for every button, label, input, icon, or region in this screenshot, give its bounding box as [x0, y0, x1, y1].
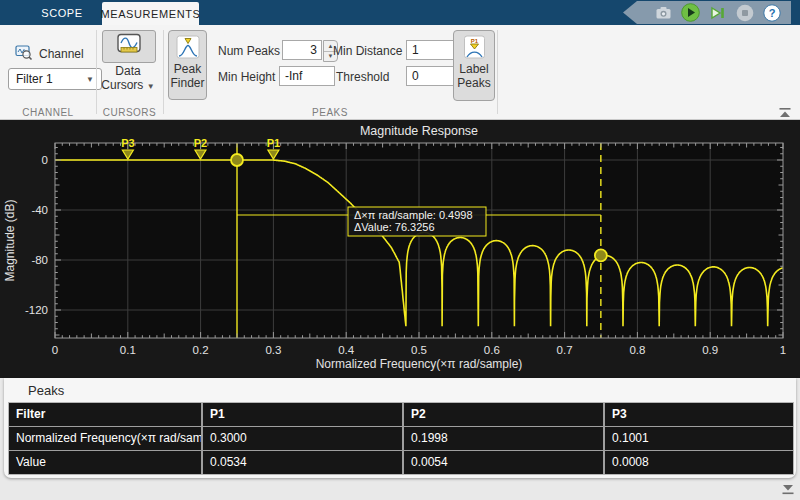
section-label-peaks: PEAKS [163, 107, 497, 118]
data-cursors-label-line2: Cursors [101, 78, 143, 92]
peaks-panel: Peaks Filter P1 P2 P3 Normalized Frequen… [4, 378, 796, 478]
peak-finder-label-line1: Peak [174, 62, 201, 76]
peaks-table-frequency-p2: 0.1998 [404, 427, 603, 450]
threshold-field[interactable]: 0 [406, 66, 456, 86]
peaks-table-frequency-p3: 0.1001 [605, 427, 793, 450]
section-label-cursors: CURSORS [96, 107, 163, 118]
tab-measurements[interactable]: MEASUREMENTS [102, 2, 199, 25]
plot-title: Magnitude Response [360, 124, 478, 138]
peaks-table-header-filter: Filter [9, 403, 201, 426]
tab-scope-label: SCOPE [41, 7, 83, 19]
label-peaks-icon: P1 [463, 35, 486, 62]
min-height-field[interactable]: -Inf [279, 66, 335, 86]
x-tick-label: 0.3 [265, 344, 281, 356]
annotation-delta-value: ΔValue: 76.3256 [354, 221, 435, 233]
data-cursors-button-label[interactable]: Data Cursors ▼ [94, 64, 162, 94]
section-divider [497, 30, 498, 114]
x-tick-label: 0.2 [193, 344, 209, 356]
y-tick-label: 0 [42, 154, 48, 166]
y-tick-label: -40 [31, 204, 48, 216]
annotation-delta-frequency: Δ×π rad/sample: 0.4998 [354, 209, 473, 221]
run-icon[interactable] [681, 3, 700, 22]
peaks-table-frequency-p1: 0.3000 [203, 427, 402, 450]
peak-finder-button[interactable]: Peak Finder [168, 30, 207, 100]
peaks-table-header-p1: P1 [203, 403, 402, 426]
peak-marker-label-p2: P2 [194, 137, 207, 149]
peak-finder-icon [176, 35, 200, 62]
peak-marker-label-p1: P1 [267, 137, 280, 149]
tab-measurements-label: MEASUREMENTS [100, 8, 200, 20]
x-tick-label: 1 [780, 344, 786, 356]
y-tick-label: -80 [31, 254, 48, 266]
x-tick-label: 0 [52, 344, 58, 356]
label-peaks-label-line2: Peaks [457, 76, 490, 90]
step-forward-icon[interactable] [708, 3, 727, 22]
min-distance-label: Min Distance [333, 44, 402, 58]
y-axis-label: Magnitude (dB) [3, 199, 17, 281]
scope-window: SCOPE MEASUREMENTS [0, 0, 800, 500]
svg-text:P1: P1 [470, 38, 478, 44]
x-tick-label: 0.9 [702, 344, 718, 356]
chevron-down-icon: ▼ [86, 75, 94, 84]
measurements-toolstrip: Channel Filter 1 ▼ CHANNEL Data Cursors … [0, 25, 800, 120]
svg-text:?: ? [768, 7, 775, 19]
min-distance-field[interactable]: 1 [406, 40, 456, 60]
data-cursors-button[interactable] [102, 30, 156, 63]
x-tick-label: 0.8 [629, 344, 645, 356]
collapse-panel-icon[interactable] [780, 482, 796, 500]
peaks-table-value-p1: 0.0534 [203, 451, 402, 474]
peaks-dock: Peaks Filter P1 P2 P3 Normalized Frequen… [0, 378, 800, 500]
peak-marker-label-p3: P3 [121, 137, 134, 149]
channel-button[interactable]: Channel [15, 44, 84, 64]
section-divider [163, 30, 164, 114]
peaks-table-value-p3: 0.0008 [605, 451, 793, 474]
stop-icon[interactable] [735, 3, 754, 22]
num-peaks-value[interactable]: 3 [282, 40, 322, 60]
y-tick-label: -120 [25, 304, 48, 316]
snapshot-camera-icon[interactable] [654, 3, 673, 22]
num-peaks-label: Num Peaks [218, 44, 280, 58]
label-peaks-label-line1: Label [459, 62, 488, 76]
peaks-panel-title: Peaks [28, 383, 64, 398]
label-peaks-button[interactable]: P1 Label Peaks [453, 30, 495, 101]
channel-button-label: Channel [39, 47, 84, 61]
help-icon[interactable]: ? [762, 3, 781, 22]
tab-scope[interactable]: SCOPE [26, 0, 98, 25]
x-tick-label: 0.4 [338, 344, 355, 356]
x-axis-label: Normalized Frequency(×π rad/sample) [316, 357, 523, 371]
toolstrip-tab-bar: SCOPE MEASUREMENTS [0, 0, 800, 25]
peak-finder-label-line2: Finder [170, 76, 204, 90]
num-peaks-stepper[interactable]: 3 ▲ ▼ [282, 40, 338, 62]
threshold-label: Threshold [336, 70, 389, 84]
magnitude-response-plot[interactable]: 00.10.20.30.40.50.60.70.80.910-40-80-120… [0, 120, 800, 378]
peaks-table-value-p2: 0.0054 [404, 451, 603, 474]
cursor-marker-1[interactable] [231, 154, 243, 166]
peaks-table: Filter P1 P2 P3 Normalized Frequency(×π … [8, 402, 794, 475]
channel-scope-icon [15, 44, 33, 64]
cursor-marker-2[interactable] [595, 249, 607, 261]
x-tick-label: 0.5 [411, 344, 427, 356]
peaks-table-row-frequency-label: Normalized Frequency(×π rad/sample) [9, 427, 201, 450]
x-tick-label: 0.6 [484, 344, 500, 356]
peaks-table-header-p3: P3 [605, 403, 793, 426]
channel-select-value: Filter 1 [16, 72, 53, 86]
channel-select[interactable]: Filter 1 ▼ [8, 68, 102, 90]
chevron-down-icon: ▼ [147, 82, 155, 91]
x-tick-label: 0.7 [557, 344, 573, 356]
peaks-table-row-value-label: Value [9, 451, 201, 474]
min-height-label: Min Height [218, 70, 275, 84]
quick-access-toolbar: ? [623, 1, 791, 24]
data-cursors-label-line1: Data [115, 64, 140, 78]
data-cursors-icon [115, 33, 143, 60]
section-label-channel: CHANNEL [0, 107, 96, 118]
peaks-table-header-p2: P2 [404, 403, 603, 426]
x-tick-label: 0.1 [120, 344, 136, 356]
